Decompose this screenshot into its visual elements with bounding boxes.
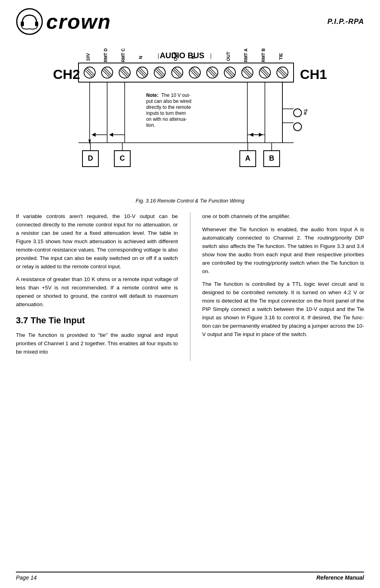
- svg-marker-95: [92, 133, 96, 137]
- svg-text:—: —: [155, 53, 161, 59]
- left-para-2: A resistance of greater than 10 K ohms o…: [16, 275, 178, 309]
- svg-text:AUDIO BUS: AUDIO BUS: [160, 51, 204, 60]
- svg-text:RMT A: RMT A: [243, 49, 248, 62]
- svg-text:CH2: CH2: [53, 67, 80, 82]
- svg-text:N: N: [138, 56, 143, 59]
- svg-text:OUT: OUT: [173, 52, 178, 61]
- column-left: If variable controls aren't required, th…: [16, 212, 178, 361]
- section-heading: 3.7 The Tie Input: [16, 314, 178, 327]
- svg-text:TIE: TIE: [278, 53, 283, 60]
- svg-text:tion.: tion.: [146, 122, 155, 128]
- svg-text:CH1: CH1: [300, 67, 327, 82]
- footer-page-number: Page 14: [16, 574, 37, 581]
- section-intro: The Tie function is provided to "tie" th…: [16, 331, 178, 356]
- svg-text:inputs to turn them: inputs to turn them: [146, 110, 186, 116]
- column-right: one or both channels of the amplifier. W…: [202, 212, 364, 361]
- svg-text:OUT: OUT: [226, 52, 231, 61]
- svg-text:D: D: [88, 154, 93, 162]
- svg-text:RMT D: RMT D: [103, 48, 108, 62]
- section-title: The Tie Input: [31, 315, 85, 325]
- svg-marker-101: [249, 133, 253, 137]
- left-para-1: If variable controls aren't required, th…: [16, 212, 178, 271]
- svg-text:10V: 10V: [86, 53, 90, 61]
- svg-point-115: [294, 123, 302, 131]
- svg-text:—: —: [207, 53, 214, 59]
- doc-reference: P.I.P.-RPA: [327, 18, 364, 26]
- svg-text:C: C: [120, 154, 125, 162]
- svg-text:N: N: [191, 56, 196, 59]
- svg-text:Note:: Note:: [146, 92, 159, 98]
- section-number: 3.7: [16, 315, 28, 325]
- right-para-2: Whenever the Tie function is enabled, th…: [202, 226, 364, 276]
- svg-text:directly to the remote: directly to the remote: [146, 104, 191, 110]
- svg-text:B: B: [269, 154, 274, 162]
- page-header: crown P.I.P.-RPA: [16, 8, 364, 35]
- brand-name: crown: [46, 10, 111, 33]
- main-content: If variable controls aren't required, th…: [16, 212, 364, 361]
- svg-marker-97: [109, 133, 113, 137]
- svg-text:The 10 V out-: The 10 V out-: [161, 92, 190, 98]
- footer-doc-title: Reference Manual: [316, 574, 364, 581]
- svg-point-0: [17, 9, 42, 34]
- svg-text:on with no attenua-: on with no attenua-: [146, 116, 187, 122]
- right-para-3: The Tie function is controlled by a TTL …: [202, 280, 364, 338]
- diagram-container: AUDIO BUS: [16, 47, 364, 195]
- svg-point-114: [294, 109, 302, 117]
- diagram-caption: Fig. 3.16 Remote Control & Tie Function …: [16, 198, 364, 204]
- svg-text:put can also be wired: put can also be wired: [146, 98, 191, 104]
- svg-text:RMT B: RMT B: [261, 48, 266, 62]
- svg-text:A: A: [245, 154, 251, 162]
- crown-logo-icon: [16, 8, 43, 35]
- crown-logo: crown: [16, 8, 111, 35]
- page-footer: Page 14 Reference Manual: [16, 572, 364, 581]
- svg-text:Tie: Tie: [303, 109, 308, 115]
- audio-bus-diagram: AUDIO BUS: [27, 47, 353, 195]
- column-divider: [190, 212, 190, 361]
- svg-text:RMT C: RMT C: [121, 48, 125, 62]
- right-para-1: one or both channels of the amplifier.: [202, 212, 364, 221]
